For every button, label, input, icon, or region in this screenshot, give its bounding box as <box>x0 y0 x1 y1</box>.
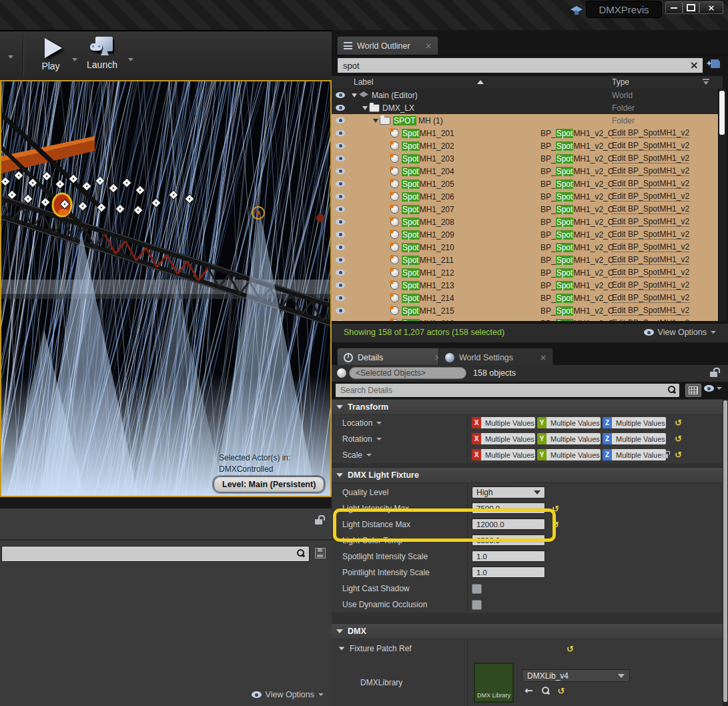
value-field[interactable]: 1.0 <box>472 551 545 562</box>
edit-blueprint-link[interactable]: Edit BP_SpotMH1_v2 <box>612 318 689 321</box>
edit-blueprint-link[interactable]: Edit BP_SpotMH1_v2 <box>612 166 689 176</box>
launch-button[interactable]: Launch <box>80 34 124 70</box>
axis-z-field[interactable]: ZMultiple Values <box>603 449 666 460</box>
edit-blueprint-link[interactable]: Edit BP_SpotMH1_v2 <box>612 306 689 316</box>
edit-blueprint-link[interactable]: Edit BP_SpotMH1_v2 <box>612 217 689 227</box>
outliner-row[interactable]: Main (Editor)World <box>332 89 718 101</box>
reset-icon[interactable]: ↺ <box>675 418 682 427</box>
play-button[interactable]: Play <box>31 34 71 71</box>
reset-icon[interactable]: ↺ <box>558 687 565 695</box>
reset-icon[interactable]: ↺ <box>567 645 574 653</box>
reset-icon[interactable]: ↺ <box>675 434 682 443</box>
tab-details[interactable]: Details × <box>337 348 448 366</box>
toolbar-dropdown-arrow[interactable] <box>8 55 13 59</box>
play-dropdown-arrow[interactable] <box>72 58 77 61</box>
panel-search-input[interactable] <box>5 547 288 561</box>
visibility-toggle[interactable] <box>336 205 345 214</box>
axis-y-field[interactable]: YMultiple Values <box>537 433 601 444</box>
section-transform[interactable]: Transform <box>332 399 723 415</box>
property-label[interactable]: Scale <box>332 450 372 460</box>
visibility-toggle[interactable] <box>336 268 345 278</box>
outliner-row[interactable]: SpotMH1_204BP_SpotMH1_v2_CEdit BP_SpotMH… <box>332 165 718 178</box>
value-field[interactable]: 6500.0 <box>472 535 545 546</box>
section-dmx-light-fixture[interactable]: DMX Light Fixture <box>332 467 723 483</box>
axis-value[interactable]: Multiple Values <box>612 417 666 428</box>
outliner-row[interactable]: SpotMH1_205BP_SpotMH1_v2_CEdit BP_SpotMH… <box>332 178 718 190</box>
lock-icon[interactable] <box>710 368 719 377</box>
axis-value[interactable]: Multiple Values <box>547 449 601 460</box>
reset-icon[interactable]: ↺ <box>552 520 559 529</box>
axis-x-field[interactable]: XMultiple Values <box>472 449 535 460</box>
visibility-toggle[interactable] <box>336 256 345 265</box>
reset-icon[interactable]: ↺ <box>675 450 682 459</box>
close-icon[interactable]: × <box>425 41 432 51</box>
outliner-row[interactable]: SpotMH1_211BP_SpotMH1_v2_CEdit BP_SpotMH… <box>332 254 718 266</box>
visibility-toggle[interactable] <box>336 192 345 202</box>
level-badge[interactable]: Level: Main (Persistent) <box>214 476 324 492</box>
value-field[interactable]: 1.0 <box>472 567 545 578</box>
outliner-row[interactable]: SpotMH1_214BP_SpotMH1_v2_CEdit BP_SpotMH… <box>332 292 718 304</box>
edit-blueprint-link[interactable]: Edit BP_SpotMH1_v2 <box>612 128 689 138</box>
edit-blueprint-link[interactable]: Edit BP_SpotMH1_v2 <box>612 255 689 265</box>
panel-search[interactable] <box>1 546 310 562</box>
minimize-button[interactable] <box>665 1 683 14</box>
lock-icon[interactable] <box>315 515 324 524</box>
expander-icon[interactable] <box>373 119 378 123</box>
edit-blueprint-link[interactable]: Edit BP_SpotMH1_v2 <box>612 204 689 214</box>
checkbox[interactable] <box>472 600 482 610</box>
tab-world-settings[interactable]: World Settings × <box>438 348 553 366</box>
visibility-toggle[interactable] <box>336 180 345 189</box>
column-label[interactable]: Label <box>354 77 373 87</box>
column-type[interactable]: Type <box>612 77 629 87</box>
axis-x-field[interactable]: XMultiple Values <box>472 417 535 428</box>
dmx-library-thumbnail[interactable]: DMX Library <box>474 663 514 703</box>
display-filter-icon[interactable] <box>685 384 701 397</box>
visibility-toggle[interactable] <box>336 141 345 151</box>
property-label[interactable]: Location <box>332 418 382 428</box>
axis-value[interactable]: Multiple Values <box>481 433 535 444</box>
expander-icon[interactable] <box>362 106 368 110</box>
edit-blueprint-link[interactable]: Edit BP_SpotMH1_v2 <box>612 192 689 202</box>
outliner-row[interactable]: SpotMH1_207BP_SpotMH1_v2_CEdit BP_SpotMH… <box>332 203 718 216</box>
axis-value[interactable]: Multiple Values <box>547 417 601 428</box>
edit-blueprint-link[interactable]: Edit BP_SpotMH1_v2 <box>612 242 689 252</box>
outliner-row[interactable]: SpotMH1_210BP_SpotMH1_v2_CEdit BP_SpotMH… <box>332 241 718 254</box>
outliner-row[interactable]: SPOT MH (1)Folder <box>332 114 718 127</box>
save-icon[interactable] <box>315 548 326 559</box>
scrollbar-thumb[interactable] <box>723 400 727 702</box>
outliner-row[interactable]: SpotMH1_208BP_SpotMH1_v2_CEdit BP_SpotMH… <box>332 216 718 228</box>
visibility-toggle[interactable] <box>336 319 345 322</box>
fixture-patch-ref-row[interactable]: Fixture Patch Ref ↺ <box>332 641 723 657</box>
outliner-scrollbar[interactable] <box>718 89 726 321</box>
value-field[interactable]: 7500.0 <box>472 502 545 514</box>
axis-value[interactable]: Multiple Values <box>612 433 666 444</box>
axis-y-field[interactable]: YMultiple Values <box>537 449 601 460</box>
maximize-button[interactable] <box>683 1 699 14</box>
visibility-toggle[interactable] <box>336 129 345 138</box>
tab-world-outliner[interactable]: World Outliner × <box>337 36 438 55</box>
value-field[interactable]: 12000.0 <box>472 518 545 530</box>
view-options-button[interactable]: View Options <box>252 690 324 699</box>
outliner-row[interactable]: SpotMH1_206BP_SpotMH1_v2_CEdit BP_SpotMH… <box>332 190 718 203</box>
view-options-button[interactable]: View Options <box>644 328 716 337</box>
visibility-toggle[interactable] <box>336 218 345 227</box>
details-scrollbar[interactable] <box>723 399 728 706</box>
edit-blueprint-link[interactable]: Edit BP_SpotMH1_v2 <box>612 141 689 151</box>
clear-search-icon[interactable]: × <box>690 59 699 71</box>
add-folder-icon[interactable] <box>707 59 720 70</box>
level-viewport[interactable]: Selected Actor(s) in: DMXControlled Leve… <box>0 80 332 497</box>
outliner-row[interactable]: SpotMH1_202BP_SpotMH1_v2_CEdit BP_SpotMH… <box>332 139 718 152</box>
visibility-toggle[interactable] <box>336 294 345 303</box>
expander-icon[interactable] <box>352 93 357 97</box>
edit-blueprint-link[interactable]: Edit BP_SpotMH1_v2 <box>612 179 689 189</box>
outliner-row[interactable]: SpotMH1_203BP_SpotMH1_v2_CEdit BP_SpotMH… <box>332 152 718 165</box>
visibility-toggle[interactable] <box>336 230 345 240</box>
property-label[interactable]: Rotation <box>332 434 382 444</box>
outliner-row[interactable]: SpotMH1_216BP_SpotMH1_v2_CEdit BP_SpotMH… <box>332 317 718 321</box>
edit-blueprint-link[interactable]: Edit BP_SpotMH1_v2 <box>612 268 689 278</box>
details-search[interactable] <box>335 383 680 398</box>
quality-level-dropdown[interactable]: High <box>472 486 545 498</box>
section-dmx[interactable]: DMX <box>332 623 723 639</box>
visibility-toggle[interactable] <box>336 154 345 163</box>
axis-value[interactable]: Multiple Values <box>547 433 601 444</box>
